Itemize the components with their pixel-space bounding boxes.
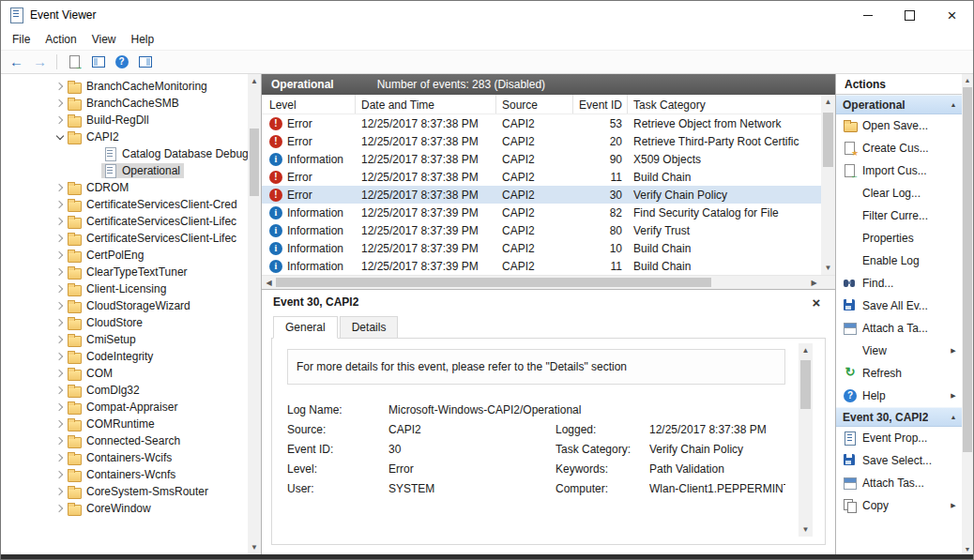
- preview-scrollbar-thumb[interactable]: [800, 360, 811, 409]
- scroll-left-icon[interactable]: [262, 276, 276, 289]
- chevron-right-icon[interactable]: [53, 98, 66, 110]
- title-bar[interactable]: Event Viewer: [1, 1, 973, 29]
- chevron-right-icon[interactable]: [53, 266, 66, 279]
- column-header[interactable]: Event ID: [573, 95, 628, 114]
- chevron-right-icon[interactable]: [53, 503, 66, 515]
- chevron-right-icon[interactable]: [53, 317, 66, 329]
- action-attach-task-to-event[interactable]: Attach Tas...: [836, 472, 962, 494]
- tree-scrollbar-thumb[interactable]: [250, 129, 259, 196]
- chevron-right-icon[interactable]: [53, 418, 66, 431]
- chevron-right-icon[interactable]: [53, 334, 66, 346]
- action-help[interactable]: Help: [836, 385, 962, 407]
- action-copy[interactable]: Copy: [836, 494, 962, 517]
- actions-scrollbar[interactable]: [962, 74, 973, 554]
- tree-item[interactable]: CoreSystem-SmsRouter: [1, 483, 261, 500]
- scroll-down-icon[interactable]: [799, 522, 813, 537]
- menu-item[interactable]: View: [84, 30, 124, 49]
- chevron-right-icon[interactable]: [53, 250, 66, 262]
- tree-item[interactable]: CertPolEng: [1, 247, 261, 264]
- action-event-properties[interactable]: Event Prop...: [836, 427, 962, 449]
- tree-item[interactable]: Operational: [1, 162, 261, 179]
- forward-button[interactable]: [28, 52, 52, 72]
- event-row[interactable]: Error 12/25/2017 8:37:38 PM CAPI2 30 Ver…: [262, 186, 821, 204]
- events-scrollbar-thumb[interactable]: [823, 113, 833, 167]
- scroll-down-icon[interactable]: [248, 540, 261, 554]
- action-save-all-events-as[interactable]: Save All Ev...: [836, 295, 962, 317]
- tree-item[interactable]: CmiSetup: [1, 331, 261, 348]
- tree-item[interactable]: CDROM: [1, 179, 261, 196]
- action-properties[interactable]: Properties: [836, 227, 962, 250]
- minimize-button[interactable]: [846, 1, 889, 29]
- action-open-saved-log[interactable]: Open Save...: [836, 114, 962, 137]
- preview-tab[interactable]: General: [273, 316, 338, 339]
- tree-item[interactable]: BranchCacheMonitoring: [1, 78, 261, 95]
- chevron-right-icon[interactable]: [53, 469, 66, 481]
- menu-item[interactable]: Help: [124, 30, 162, 49]
- tree-item[interactable]: Containers-Wcnfs: [1, 466, 261, 483]
- column-header[interactable]: Task Category: [628, 95, 821, 114]
- event-row[interactable]: Error 12/25/2017 8:37:38 PM CAPI2 11 Bui…: [262, 168, 821, 186]
- event-row[interactable]: Information 12/25/2017 8:37:39 PM CAPI2 …: [262, 239, 821, 257]
- tree-chevron-spacer[interactable]: [89, 148, 101, 160]
- chevron-right-icon[interactable]: [53, 351, 66, 363]
- column-header[interactable]: Date and Time: [356, 95, 496, 114]
- events-horizontal-scrollbar[interactable]: [262, 275, 835, 289]
- column-header[interactable]: Level: [262, 95, 356, 114]
- scroll-right-icon[interactable]: [807, 276, 821, 289]
- actions-group-event[interactable]: Event 30, CAPI2: [836, 407, 962, 427]
- event-row[interactable]: Information 12/25/2017 8:37:38 PM CAPI2 …: [262, 150, 821, 168]
- action-view[interactable]: View: [836, 340, 962, 362]
- chevron-right-icon[interactable]: [53, 401, 66, 414]
- chevron-right-icon[interactable]: [53, 435, 66, 447]
- chevron-right-icon[interactable]: [53, 368, 66, 380]
- tree-chevron-spacer[interactable]: [89, 165, 101, 177]
- event-row[interactable]: Error 12/25/2017 8:37:38 PM CAPI2 53 Ret…: [262, 114, 821, 132]
- chevron-right-icon[interactable]: [53, 283, 66, 295]
- chevron-right-icon[interactable]: [53, 233, 66, 245]
- chevron-right-icon[interactable]: [53, 114, 66, 127]
- chevron-down-icon[interactable]: [53, 131, 66, 144]
- show-action-pane-button[interactable]: [133, 52, 157, 72]
- action-create-custom-view[interactable]: Create Cus...: [836, 137, 962, 159]
- actions-group-operational[interactable]: Operational: [836, 95, 962, 114]
- action-enable-log[interactable]: Enable Log: [836, 250, 962, 272]
- tree-item[interactable]: Build-RegDll: [1, 112, 261, 129]
- tree-item[interactable]: Containers-Wcifs: [1, 449, 261, 466]
- scroll-up-icon[interactable]: [248, 74, 261, 88]
- back-button[interactable]: [5, 52, 28, 72]
- tree-item[interactable]: CAPI2: [1, 129, 261, 145]
- tree-item[interactable]: CodeIntegrity: [1, 348, 261, 365]
- tree-item[interactable]: Catalog Database Debug: [1, 145, 261, 162]
- chevron-right-icon[interactable]: [53, 81, 66, 93]
- scroll-up-icon[interactable]: [962, 74, 973, 85]
- action-find[interactable]: Find...: [836, 272, 962, 295]
- action-attach-task-to-log[interactable]: Attach a Ta...: [836, 317, 962, 340]
- action-clear-log[interactable]: Clear Log...: [836, 182, 962, 204]
- close-preview-icon[interactable]: [809, 295, 824, 310]
- tree-item[interactable]: ComDlg32: [1, 382, 261, 399]
- tree-item[interactable]: CloudStore: [1, 314, 261, 331]
- tree-item[interactable]: COM: [1, 365, 261, 382]
- maximize-button[interactable]: [889, 1, 931, 29]
- event-row[interactable]: Information 12/25/2017 8:37:39 PM CAPI2 …: [262, 257, 821, 275]
- export-list-button[interactable]: [63, 52, 86, 72]
- chevron-right-icon[interactable]: [53, 300, 66, 312]
- scroll-up-icon[interactable]: [821, 95, 835, 109]
- tree-item[interactable]: Client-Licensing: [1, 280, 261, 297]
- tree-item[interactable]: ClearTypeTextTuner: [1, 264, 261, 280]
- menu-item[interactable]: Action: [38, 30, 84, 49]
- action-import-custom-view[interactable]: Import Cus...: [836, 159, 962, 182]
- tree-item[interactable]: CertificateServicesClient-Lifec: [1, 230, 261, 247]
- event-row[interactable]: Information 12/25/2017 8:37:39 PM CAPI2 …: [262, 204, 821, 221]
- scroll-up-icon[interactable]: [799, 343, 813, 357]
- action-refresh[interactable]: Refresh: [836, 362, 962, 385]
- close-button[interactable]: [931, 1, 973, 29]
- tree-scrollbar[interactable]: [248, 74, 261, 554]
- horizontal-scroll-track[interactable]: [276, 276, 807, 289]
- tree-item[interactable]: CloudStorageWizard: [1, 297, 261, 314]
- tree-item[interactable]: COMRuntime: [1, 416, 261, 432]
- chevron-right-icon[interactable]: [53, 199, 66, 211]
- chevron-right-icon[interactable]: [53, 216, 66, 228]
- tree-item[interactable]: Connected-Search: [1, 432, 261, 449]
- actions-scrollbar-thumb[interactable]: [963, 87, 972, 452]
